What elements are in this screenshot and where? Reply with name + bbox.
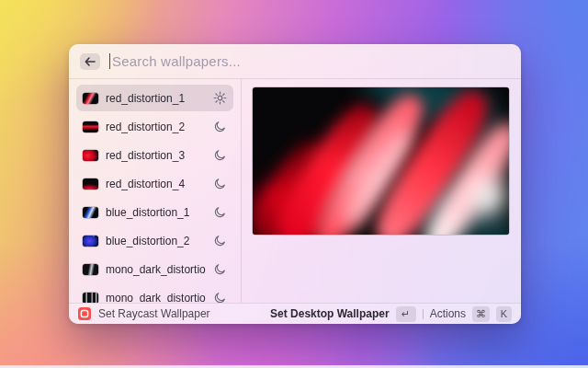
primary-action-label: Set Desktop Wallpaper — [270, 307, 390, 320]
arrow-left-icon — [85, 57, 96, 66]
wallpaper-name: red_distortion_2 — [106, 121, 206, 133]
return-key-icon: ↵ — [396, 306, 416, 322]
moon-icon — [213, 205, 227, 219]
wallpaper-thumbnail-icon — [83, 293, 98, 304]
wallpaper-list-item[interactable]: blue_distortion_2 — [76, 227, 233, 254]
footer-bar: Set Raycast Wallpaper Set Desktop Wallpa… — [69, 303, 521, 324]
wallpaper-list-item[interactable]: red_distortion_1 — [76, 85, 233, 111]
k-key-icon: K — [496, 306, 512, 322]
raycast-window: Search wallpapers... red_distortion_1red… — [69, 44, 521, 324]
wallpaper-list-item[interactable]: red_distortion_3 — [76, 142, 233, 168]
actions-button[interactable]: Actions ⌘ K — [430, 306, 512, 322]
search-placeholder: Search wallpapers... — [112, 53, 241, 69]
moon-icon — [213, 291, 227, 303]
wallpaper-name: blue_distortion_1 — [106, 206, 206, 219]
moon-icon — [213, 120, 227, 133]
desktop-background: Search wallpapers... red_distortion_1red… — [0, 0, 588, 368]
window-body: red_distortion_1red_distortion_2red_dist… — [69, 79, 521, 303]
wallpaper-detail-panel — [242, 79, 521, 303]
wallpaper-list-item[interactable]: red_distortion_4 — [76, 170, 233, 197]
back-button[interactable] — [80, 53, 100, 70]
moon-icon — [213, 177, 227, 190]
footer-app-label: Set Raycast Wallpaper — [98, 307, 210, 320]
raycast-logo-icon — [78, 307, 91, 320]
command-key-icon: ⌘ — [472, 306, 490, 322]
wallpaper-thumbnail-icon — [83, 93, 98, 104]
wallpaper-thumbnail-icon — [83, 178, 98, 190]
search-input[interactable]: Search wallpapers... — [109, 44, 510, 78]
wallpaper-list-item[interactable]: mono_dark_distortion_2 — [76, 284, 233, 303]
wallpaper-list-item[interactable]: mono_dark_distortion_1 — [76, 256, 233, 282]
sun-icon — [213, 91, 227, 105]
moon-icon — [213, 148, 227, 162]
set-desktop-wallpaper-button[interactable]: Set Desktop Wallpaper ↵ — [270, 306, 416, 322]
wallpaper-thumbnail-icon — [83, 236, 98, 247]
wallpaper-thumbnail-icon — [83, 121, 98, 132]
footer-actions: Set Desktop Wallpaper ↵ Actions ⌘ K — [270, 306, 512, 322]
footer-divider — [423, 309, 424, 319]
wallpaper-name: mono_dark_distortion_1 — [106, 263, 206, 276]
wallpaper-name: red_distortion_1 — [106, 92, 206, 105]
footer-app: Set Raycast Wallpaper — [78, 307, 210, 320]
wallpaper-thumbnail-icon — [83, 150, 98, 161]
wallpaper-list-item[interactable]: blue_distortion_1 — [76, 199, 233, 225]
wallpaper-thumbnail-icon — [83, 207, 98, 218]
search-bar: Search wallpapers... — [69, 44, 521, 79]
wallpaper-name: red_distortion_3 — [106, 149, 206, 162]
wallpaper-name: blue_distortion_2 — [106, 235, 206, 247]
text-caret — [109, 53, 110, 69]
moon-icon — [213, 234, 227, 247]
actions-label: Actions — [430, 307, 466, 320]
moon-icon — [213, 262, 227, 276]
wallpaper-list[interactable]: red_distortion_1red_distortion_2red_dist… — [69, 79, 242, 303]
wallpaper-name: mono_dark_distortion_2 — [106, 292, 206, 304]
wallpaper-thumbnail-icon — [83, 264, 98, 275]
wallpaper-list-item[interactable]: red_distortion_2 — [76, 113, 233, 140]
wallpaper-name: red_distortion_4 — [106, 178, 206, 190]
wallpaper-preview — [253, 87, 509, 235]
